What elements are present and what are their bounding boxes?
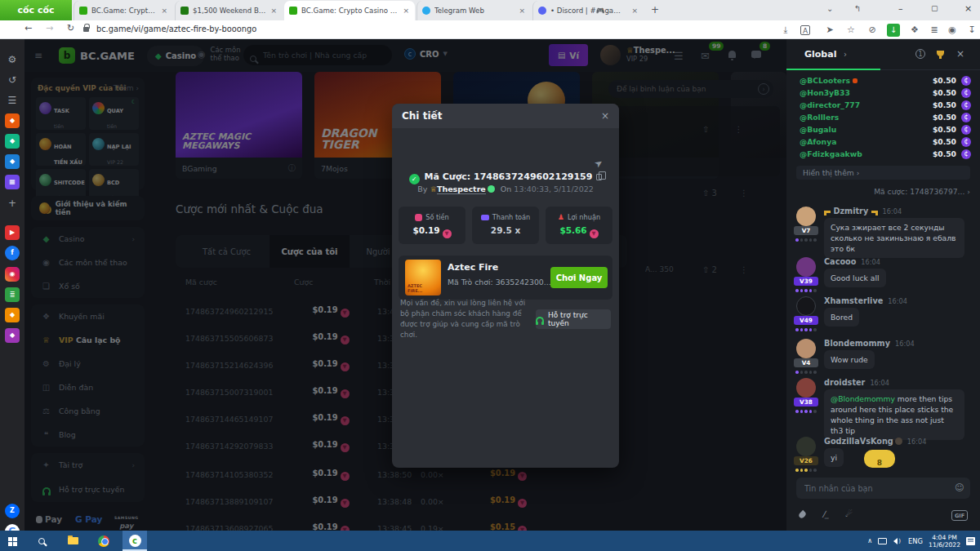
comet-icon[interactable]: ☄	[845, 509, 853, 518]
url-text[interactable]: bc.game/vi/game/aztec-fire-by-booongo	[96, 24, 256, 33]
tab-close-icon[interactable]: ×	[630, 7, 639, 15]
reading-list-icon[interactable]: ≣	[928, 24, 941, 36]
bookmarks-list-icon[interactable]: ☰	[5, 93, 20, 108]
frog-emoji	[488, 185, 495, 193]
browser-tab-1[interactable]: BC.Game: Crypto Casino Gam ×	[74, 1, 173, 20]
volume-icon[interactable]: )	[893, 531, 901, 551]
tip-row[interactable]: @BCLooters$0.50¢	[800, 76, 971, 88]
tip-row[interactable]: @Rolllers$0.50¢	[800, 113, 971, 125]
file-explorer-icon[interactable]	[60, 531, 85, 551]
clock[interactable]: 4:04 PM11/6/2022	[929, 531, 960, 551]
tip-row[interactable]: @Hon3yB33$0.50¢	[800, 88, 971, 100]
browser-tab-active[interactable]: BC.Game: Crypto Casino Gan ×	[284, 1, 415, 20]
pinned-site-teal-icon[interactable]: ◆	[5, 134, 20, 149]
instagram-icon[interactable]: ◉	[5, 267, 20, 282]
tray-expand-icon[interactable]: ∧	[867, 531, 872, 551]
chat-username[interactable]: droidster	[824, 378, 865, 387]
pinned-site-blue-icon[interactable]: ◆	[5, 154, 20, 169]
pinned-site-orange-icon[interactable]: ◆	[5, 113, 20, 128]
download-active-icon[interactable]: ↓	[887, 24, 900, 37]
history-icon[interactable]: ↺	[5, 73, 20, 87]
bookmark-star-icon[interactable]: ☆	[844, 24, 858, 36]
browser-tab-2[interactable]: $1,500 Weekend Booongo M ×	[175, 1, 283, 20]
start-button[interactable]	[0, 531, 24, 551]
facebook-icon[interactable]: f	[5, 246, 20, 260]
mention-link[interactable]: @Blondemommy	[831, 394, 895, 403]
bettor-username[interactable]: Thespectre	[437, 184, 486, 194]
modal-close-icon[interactable]: ×	[601, 110, 609, 122]
avatar[interactable]	[796, 339, 816, 358]
reload-icon[interactable]: ↻	[67, 23, 74, 33]
pinned-site-amber-icon[interactable]: ◆	[5, 308, 20, 322]
bcgame-favicon	[289, 7, 297, 15]
youtube-icon[interactable]: ▶	[5, 225, 20, 240]
chevron-right-icon[interactable]: ›	[844, 50, 847, 59]
tab-close-icon[interactable]: ×	[160, 7, 168, 15]
avatar[interactable]	[796, 296, 816, 316]
emoji-reaction[interactable]: 8	[864, 450, 895, 468]
adblock-shield-icon[interactable]: ⊘	[866, 24, 879, 36]
pinned-site-purple-icon[interactable]: ◆	[5, 328, 20, 343]
chrome-icon[interactable]	[91, 531, 116, 551]
coccoc-taskbar-icon[interactable]: c	[122, 531, 147, 551]
tip-row[interactable]: @Afonya$0.50¢	[800, 137, 971, 149]
profile-avatar-icon[interactable]: ◉	[946, 24, 959, 36]
chat-username[interactable]: Dzmitry	[833, 207, 868, 216]
language-indicator[interactable]: ENG	[908, 531, 923, 551]
downloads-tray-icon[interactable]: ↧	[965, 24, 978, 36]
action-center-icon[interactable]	[966, 531, 975, 551]
taskbar-search-icon[interactable]	[29, 531, 54, 551]
share-icon[interactable]: ➤	[823, 24, 836, 36]
chat-bet-link[interactable]: Mã cược: 1748736797... ›	[874, 187, 970, 196]
gif-icon[interactable]: GIF	[951, 510, 968, 521]
chat-close-icon[interactable]: ×	[956, 48, 964, 60]
avatar[interactable]	[796, 378, 816, 398]
chat-username[interactable]: Blondemommy	[824, 339, 890, 348]
tip-row[interactable]: @Fdizkgaakwb$0.50¢	[800, 149, 971, 162]
network-icon[interactable]	[878, 531, 887, 551]
tab-close-icon[interactable]: ×	[402, 7, 410, 15]
emoji-smiley-icon[interactable]: ☺	[955, 482, 964, 493]
chat-username[interactable]: Cacooo	[824, 257, 856, 266]
slash-commands-icon[interactable]: /_	[822, 509, 829, 518]
browser-tab-5[interactable]: • Discord | #🎮games | BC G ×	[532, 1, 644, 20]
settings-gear-icon[interactable]: ⚙	[5, 52, 20, 67]
tip-row[interactable]: @director_777$0.50¢	[800, 100, 971, 113]
games-gamepad-icon[interactable]: ▦	[5, 175, 20, 189]
translate-icon[interactable]: A	[800, 25, 810, 35]
chat-username[interactable]: Xhamsterlive	[824, 296, 883, 305]
chevron-right-icon: ›	[967, 187, 970, 196]
copy-icon[interactable]	[596, 174, 602, 180]
browser-tab-4[interactable]: Telegram Web ×	[416, 1, 531, 20]
pinned-site-green-icon[interactable]: ≣	[5, 287, 20, 302]
forward-icon[interactable]: →	[46, 23, 53, 33]
aztec-fire-thumbnail[interactable]: AZTECFIRE...	[405, 260, 441, 295]
tip-row[interactable]: @Bugalu$0.50¢	[800, 125, 971, 137]
tab-close-icon[interactable]: ×	[518, 7, 526, 15]
maximize-button[interactable]: ▢	[931, 4, 938, 12]
close-button[interactable]: ×	[964, 3, 972, 14]
play-now-button[interactable]: Chơi Ngay	[550, 267, 608, 288]
chat-room-tab[interactable]: Global	[804, 49, 836, 60]
tab-close-icon[interactable]: ×	[270, 7, 278, 15]
rain-drop-icon[interactable]	[800, 511, 805, 518]
lock-icon[interactable]	[83, 27, 89, 32]
recent-tabs-icon[interactable]: ↰	[854, 4, 861, 13]
add-shortcut-icon[interactable]: +	[5, 196, 20, 211]
minimize-button[interactable]: –	[898, 3, 903, 14]
zalo-icon[interactable]: Z	[5, 504, 20, 518]
extensions-puzzle-icon[interactable]: ❖	[908, 24, 921, 36]
new-tab-button[interactable]: +	[651, 4, 659, 16]
show-more-button[interactable]: Hiển thị thêm ›	[796, 166, 970, 180]
avatar[interactable]	[796, 207, 816, 226]
live-support-button[interactable]: Hỗ trợ trực tuyến	[536, 309, 611, 329]
trophy-icon[interactable]	[937, 51, 944, 56]
tab-search-icon[interactable]: ⌄	[826, 4, 833, 13]
chat-input[interactable]	[796, 478, 970, 499]
avatar[interactable]	[796, 257, 816, 277]
avatar[interactable]	[796, 437, 816, 456]
chat-rules-icon[interactable]: 1	[915, 49, 925, 59]
save-page-icon[interactable]: ⤓	[779, 24, 792, 36]
chat-username[interactable]: GodzillaVsKong	[824, 437, 893, 446]
back-icon[interactable]: ←	[24, 23, 32, 33]
